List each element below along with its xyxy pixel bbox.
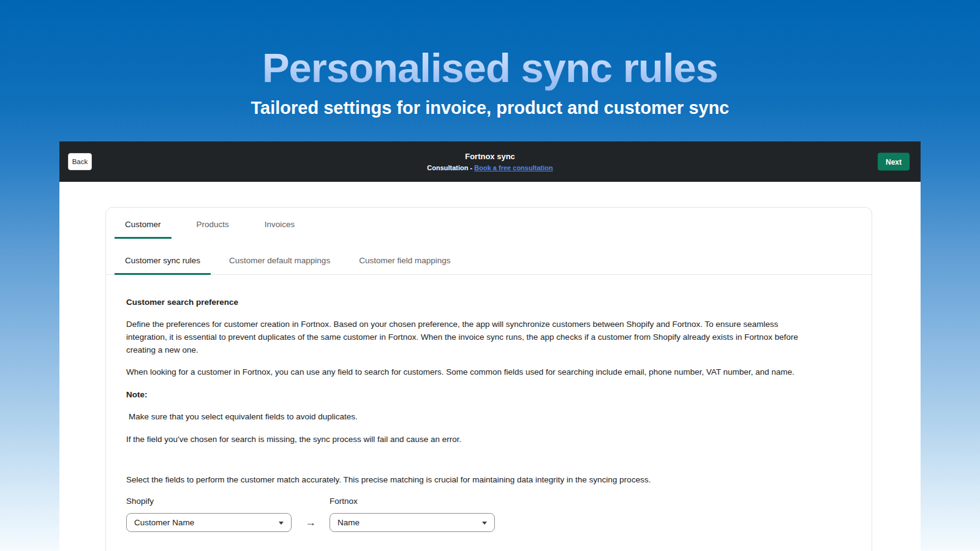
caret-down-icon xyxy=(482,522,487,525)
subtab-customer-default-mappings[interactable]: Customer default mappings xyxy=(219,248,341,275)
tab-products[interactable]: Products xyxy=(186,212,239,239)
consultation-link[interactable]: Book a free consultation xyxy=(474,164,552,171)
app-title: Fortnox sync xyxy=(465,152,515,161)
shopify-label: Shopify xyxy=(126,495,292,508)
subtab-customer-sync-rules[interactable]: Customer sync rules xyxy=(115,248,211,275)
app-header: Back Fortnox sync Consultation - Book a … xyxy=(59,141,921,182)
shopify-field-column: Shopify Customer Name xyxy=(126,495,292,532)
next-button[interactable]: Next xyxy=(878,153,910,171)
shopify-field-value: Customer Name xyxy=(134,516,194,529)
note-line-2: If the field you've chosen for search is… xyxy=(126,433,851,446)
description-paragraph-1: Define the preferences for customer crea… xyxy=(126,318,818,356)
page-subtitle: Tailored settings for invoice, product a… xyxy=(0,98,980,118)
settings-card: Customer Products Invoices Customer sync… xyxy=(105,207,872,551)
tab-customer[interactable]: Customer xyxy=(115,212,172,239)
fortnox-field-select[interactable]: Name xyxy=(330,513,495,532)
field-mapping-row: Shopify Customer Name → Fortnox Name xyxy=(126,495,851,532)
caret-down-icon xyxy=(279,522,284,525)
fortnox-field-column: Fortnox Name xyxy=(330,495,495,532)
fortnox-label: Fortnox xyxy=(330,495,495,508)
shopify-field-select[interactable]: Customer Name xyxy=(126,513,292,532)
page-title: Personalised sync rules xyxy=(0,44,980,91)
description-paragraph-2: When looking for a customer in Fortnox, … xyxy=(126,365,818,378)
note-line-1: Make sure that you select equivalent fie… xyxy=(126,410,851,423)
consultation-prefix: Consultation - xyxy=(427,164,474,171)
select-instruction: Select the fields to perform the custome… xyxy=(126,473,851,486)
fortnox-field-value: Name xyxy=(337,516,360,529)
section-heading: Customer search preference xyxy=(126,296,851,309)
header-center: Fortnox sync Consultation - Book a free … xyxy=(59,141,921,182)
main-tabs: Customer Products Invoices xyxy=(106,208,872,239)
back-button[interactable]: Back xyxy=(68,153,92,170)
consultation-line: Consultation - Book a free consultation xyxy=(427,164,552,171)
note-heading: Note: xyxy=(126,388,851,401)
app-window: Back Fortnox sync Consultation - Book a … xyxy=(59,141,921,551)
customer-subtabs: Customer sync rules Customer default map… xyxy=(106,248,872,275)
tab-invoices[interactable]: Invoices xyxy=(254,212,306,239)
mapping-arrow-icon: → xyxy=(292,516,330,532)
subtab-customer-field-mappings[interactable]: Customer field mappings xyxy=(349,248,461,275)
tab-panel-content: Customer search preference Define the pr… xyxy=(106,296,872,532)
